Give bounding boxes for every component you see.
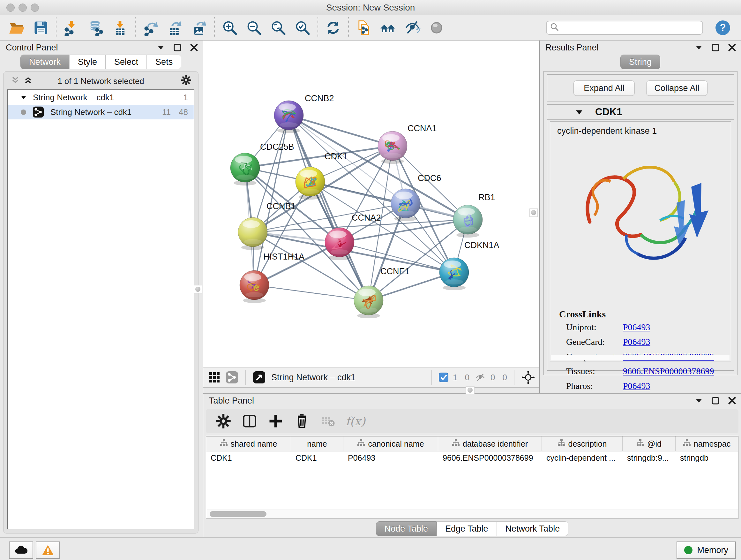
network-from-selection-icon[interactable] bbox=[355, 19, 373, 37]
panel-float-icon[interactable] bbox=[156, 43, 165, 52]
network-collection-row[interactable]: String Network – cdk1 1 bbox=[8, 90, 194, 105]
collection-expander-icon[interactable] bbox=[20, 94, 27, 101]
table-scrollbar-track[interactable] bbox=[206, 509, 738, 518]
panel-close-icon[interactable] bbox=[190, 43, 199, 52]
save-session-icon[interactable] bbox=[32, 19, 50, 37]
import-table-icon[interactable] bbox=[111, 19, 129, 37]
network-node-ccna1[interactable]: CCNA1 bbox=[378, 124, 437, 164]
panel-float-icon[interactable] bbox=[694, 396, 703, 405]
tab-node-table[interactable]: Node Table bbox=[376, 521, 436, 536]
left-splitter-handle[interactable] bbox=[194, 285, 202, 294]
tab-network-table[interactable]: Network Table bbox=[497, 521, 569, 536]
delete-column-icon[interactable] bbox=[293, 413, 311, 430]
hide-selected-icon[interactable] bbox=[404, 19, 421, 37]
tab-edge-table[interactable]: Edge Table bbox=[436, 521, 497, 536]
export-network-icon[interactable] bbox=[142, 19, 159, 37]
node-label: CCNA2 bbox=[352, 213, 381, 223]
horizontal-splitter[interactable] bbox=[203, 388, 539, 393]
table-cell[interactable]: stringdb bbox=[676, 451, 738, 464]
export-table-icon[interactable] bbox=[166, 19, 184, 37]
table-cell[interactable]: 9606.ENSP00000378699 bbox=[438, 451, 542, 464]
crosslink-label: GeneCard: bbox=[566, 337, 623, 352]
column-header-description[interactable]: description bbox=[542, 436, 623, 451]
zoom-in-icon[interactable] bbox=[221, 19, 239, 37]
table-settings-gear-icon[interactable] bbox=[215, 413, 232, 430]
column-header-name[interactable]: name bbox=[291, 436, 343, 451]
table-scrollbar-thumb[interactable] bbox=[210, 511, 266, 517]
hidden-eye-icon[interactable] bbox=[475, 372, 486, 383]
zoom-out-icon[interactable] bbox=[246, 19, 263, 37]
column-header-database-identifier[interactable]: database identifier bbox=[438, 436, 542, 451]
collapse-all-button[interactable]: Collapse All bbox=[646, 80, 708, 96]
network-node-cdc25b[interactable]: CDC25B bbox=[230, 142, 294, 186]
delete-table-icon[interactable] bbox=[320, 413, 337, 430]
open-session-icon[interactable] bbox=[8, 19, 25, 37]
table-cell[interactable]: CDK1 bbox=[206, 451, 291, 464]
network-edge[interactable] bbox=[289, 115, 368, 300]
zoom-fit-icon[interactable] bbox=[270, 19, 287, 37]
table-cell[interactable]: stringdb:9... bbox=[623, 451, 676, 464]
gene-expander-icon[interactable] bbox=[576, 109, 583, 116]
first-neighbors-icon[interactable] bbox=[380, 19, 397, 37]
gene-section-header[interactable]: CDK1 bbox=[547, 105, 734, 120]
selected-checkbox-icon[interactable] bbox=[439, 373, 448, 382]
column-header-canonical-name[interactable]: canonical name bbox=[343, 436, 438, 451]
network-node-cdkn1a[interactable]: CDKN1A bbox=[440, 240, 499, 290]
export-image-icon[interactable] bbox=[191, 19, 208, 37]
crosslink-value-link[interactable]: 9606.ENSP00000378699 bbox=[623, 366, 714, 381]
network-edge[interactable] bbox=[254, 285, 368, 300]
help-icon[interactable]: ? bbox=[715, 20, 731, 36]
column-header-shared-name[interactable]: shared name bbox=[206, 436, 291, 451]
crosslink-value-link[interactable]: P06493 bbox=[623, 337, 650, 352]
network-view-share-icon[interactable] bbox=[226, 371, 239, 384]
column-header-namespac[interactable]: namespac bbox=[676, 436, 738, 451]
crosslink-value-link[interactable]: P06493 bbox=[623, 322, 650, 337]
column-type-icon bbox=[683, 439, 690, 449]
birdseye-view-icon[interactable] bbox=[253, 371, 266, 384]
bottom-splitter-handle[interactable] bbox=[466, 386, 475, 394]
panel-close-icon[interactable] bbox=[728, 396, 737, 405]
network-node-cdc6[interactable]: CDC6 bbox=[391, 173, 441, 221]
network-node-hist1h1a[interactable]: HIST1H1A bbox=[240, 252, 305, 303]
panel-float-icon[interactable] bbox=[694, 43, 703, 52]
fit-content-crosshair-icon[interactable] bbox=[522, 371, 535, 384]
grid-view-icon[interactable] bbox=[208, 371, 220, 383]
tab-select[interactable]: Select bbox=[106, 55, 147, 69]
results-scrollbar-track[interactable] bbox=[551, 355, 730, 361]
column-header--id[interactable]: @id bbox=[623, 436, 676, 451]
table-cell[interactable]: cyclin-dependent ... bbox=[542, 451, 623, 464]
refresh-icon[interactable] bbox=[325, 19, 342, 37]
show-columns-icon[interactable] bbox=[241, 413, 258, 430]
cloud-status-button[interactable] bbox=[9, 542, 33, 559]
import-network-icon[interactable] bbox=[63, 19, 80, 37]
tab-network[interactable]: Network bbox=[20, 55, 69, 69]
network-edge[interactable] bbox=[289, 115, 468, 220]
memory-button[interactable]: Memory bbox=[677, 542, 736, 559]
network-options-gear-icon[interactable] bbox=[180, 74, 192, 87]
table-panel: Table Panel bbox=[203, 393, 741, 537]
function-builder-icon[interactable]: f(x) bbox=[346, 415, 365, 428]
zoom-selected-icon[interactable] bbox=[294, 19, 311, 37]
table-cell[interactable]: P06493 bbox=[343, 451, 438, 464]
show-all-icon[interactable] bbox=[428, 19, 445, 37]
panel-maximize-icon[interactable] bbox=[711, 396, 720, 405]
warnings-button[interactable] bbox=[36, 542, 60, 559]
panel-maximize-icon[interactable] bbox=[711, 43, 720, 52]
network-node-ccne1[interactable]: CCNE1 bbox=[354, 266, 410, 318]
expand-all-button[interactable]: Expand All bbox=[574, 80, 635, 96]
right-splitter-handle[interactable] bbox=[529, 208, 538, 217]
import-network-from-database-icon[interactable] bbox=[87, 19, 105, 37]
add-column-icon[interactable] bbox=[267, 413, 284, 430]
search-input[interactable] bbox=[559, 22, 702, 33]
tab-style[interactable]: Style bbox=[69, 55, 106, 69]
tab-string[interactable]: String bbox=[620, 55, 660, 69]
panel-close-icon[interactable] bbox=[728, 43, 737, 52]
network-canvas[interactable]: CCNB2CCNA1CDC25BCDK1CDC6RB1CCNB1CCNA2CDK… bbox=[203, 41, 539, 367]
panel-maximize-icon[interactable] bbox=[173, 43, 182, 52]
network-row[interactable]: String Network – cdk1 11 48 bbox=[8, 105, 194, 119]
control-panel-header: Control Panel bbox=[0, 41, 203, 54]
network-node-rb1[interactable]: RB1 bbox=[453, 192, 495, 238]
tab-sets[interactable]: Sets bbox=[147, 55, 181, 69]
table-row[interactable]: CDK1CDK1P064939606.ENSP00000378699cyclin… bbox=[206, 451, 738, 464]
table-cell[interactable]: CDK1 bbox=[291, 451, 343, 464]
